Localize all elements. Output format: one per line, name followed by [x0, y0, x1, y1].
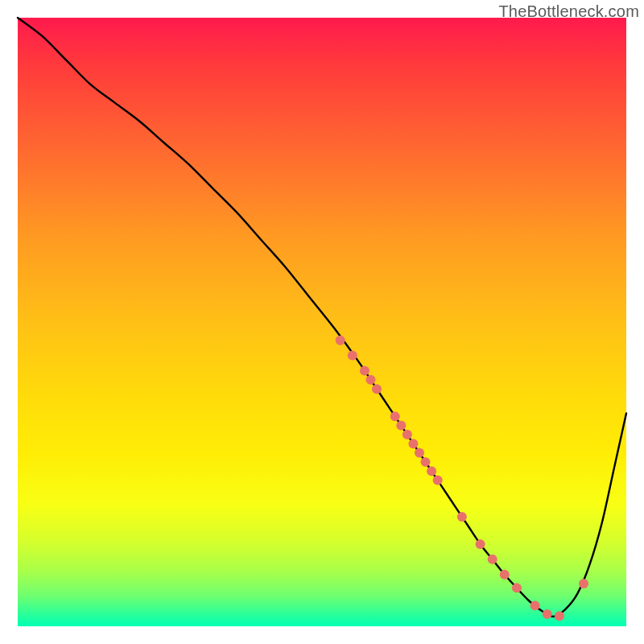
- chart-container: TheBottleneck.com: [0, 0, 644, 644]
- chart-background-gradient: [18, 18, 626, 626]
